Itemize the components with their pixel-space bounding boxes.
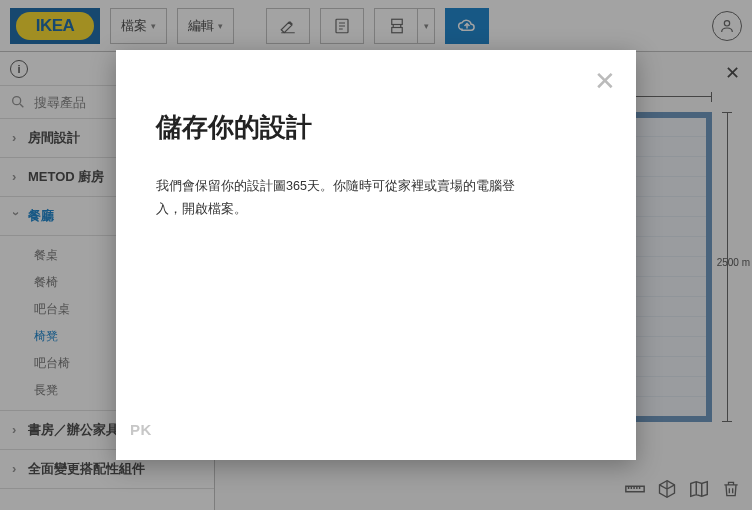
save-design-modal: ✕ 儲存你的設計 我們會保留你的設計圖365天。你隨時可從家裡或賣場的電腦登入，… [116,50,636,460]
modal-close-button[interactable]: ✕ [594,68,616,94]
modal-title: 儲存你的設計 [156,110,596,145]
watermark-text: PK [130,421,152,438]
modal-body-text: 我們會保留你的設計圖365天。你隨時可從家裡或賣場的電腦登入，開啟檔案。 [156,175,526,220]
modal-overlay[interactable]: ✕ 儲存你的設計 我們會保留你的設計圖365天。你隨時可從家裡或賣場的電腦登入，… [0,0,752,510]
